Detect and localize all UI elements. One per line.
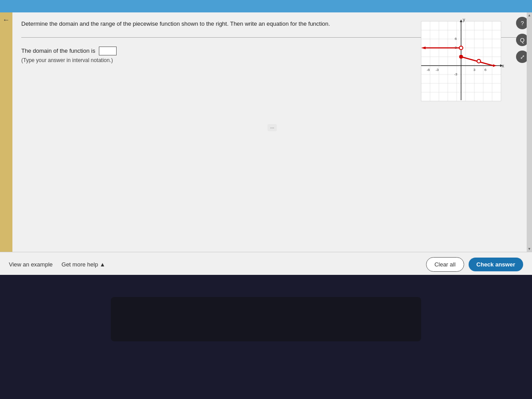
graph-container: x y -6 -3 3 6 6 3 -3: [417, 17, 505, 114]
clear-all-button[interactable]: Clear all: [426, 257, 464, 272]
left-sidebar: ←: [0, 12, 12, 252]
right-buttons: Clear all Check answer: [426, 257, 523, 272]
get-more-help-link[interactable]: Get more help ▲: [62, 261, 106, 268]
expand-dots[interactable]: ···: [267, 124, 277, 131]
scrollbar[interactable]: ▲ ▼: [527, 12, 532, 252]
svg-point-35: [459, 55, 463, 59]
main-content: ← Determine the domain and the range of …: [0, 12, 532, 252]
svg-marker-20: [460, 20, 462, 22]
domain-label: The domain of the function is: [21, 47, 95, 54]
svg-text:-6: -6: [426, 68, 430, 72]
left-links: View an example Get more help ▲: [9, 261, 106, 268]
svg-point-36: [477, 59, 481, 63]
check-answer-button[interactable]: Check answer: [469, 258, 523, 271]
svg-text:6: 6: [485, 68, 487, 72]
content-area: Determine the domain and the range of th…: [12, 12, 532, 252]
svg-text:-3: -3: [454, 72, 458, 76]
svg-text:-3: -3: [435, 68, 439, 72]
scroll-down-icon[interactable]: ▼: [528, 247, 531, 251]
svg-text:y: y: [463, 17, 465, 22]
svg-point-32: [459, 46, 463, 50]
svg-text:6: 6: [455, 37, 457, 41]
graph-svg: x y -6 -3 3 6 6 3 -3: [417, 17, 505, 114]
domain-input[interactable]: [99, 47, 117, 55]
scroll-up-icon[interactable]: ▲: [528, 13, 531, 17]
top-bar: [0, 0, 532, 12]
laptop-bezel: [0, 275, 532, 399]
back-arrow[interactable]: ←: [3, 16, 10, 24]
svg-text:3: 3: [473, 68, 476, 72]
svg-text:x: x: [502, 63, 504, 68]
keyboard-area: [111, 297, 421, 341]
bottom-bar: View an example Get more help ▲ Clear al…: [0, 252, 532, 277]
view-example-link[interactable]: View an example: [9, 261, 53, 268]
